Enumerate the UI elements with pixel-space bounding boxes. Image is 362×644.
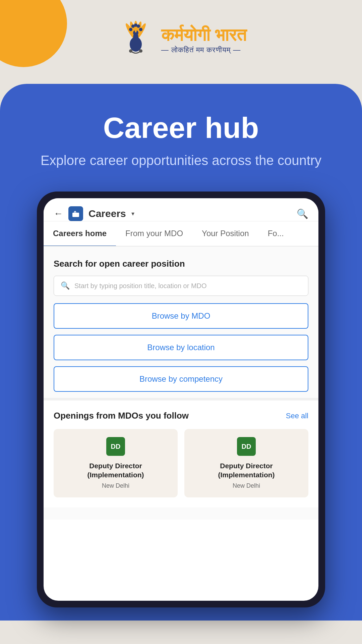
search-icon[interactable]: 🔍 (297, 208, 308, 219)
tab-careers-home[interactable]: Careers home (44, 221, 116, 247)
job-card-1: DD Deputy Director (Implementation) New … (54, 429, 178, 497)
openings-section: Openings from MDOs you follow See all DD… (44, 398, 318, 507)
hero-subtitle: Explore career opportunities across the … (20, 153, 342, 168)
svg-point-5 (129, 28, 132, 31)
openings-title: Openings from MDOs you follow (54, 411, 189, 421)
briefcase-icon (68, 206, 83, 221)
phone-top-bar: ← Careers ▾ 🔍 (44, 198, 318, 221)
browse-by-mdo-button[interactable]: Browse by MDO (54, 303, 308, 329)
browse-by-competency-button[interactable]: Browse by competency (54, 366, 308, 392)
tabs-bar: Careers home From your MDO Your Position… (44, 221, 318, 247)
browse-by-location-button[interactable]: Browse by location (54, 335, 308, 360)
tab-your-position[interactable]: Your Position (192, 221, 258, 247)
tab-more[interactable]: Fo... (258, 221, 293, 247)
hero-title: Career hub (20, 111, 342, 145)
blue-section: Career hub Explore career opportunities … (0, 84, 362, 621)
header: कर्मयोगी भारत — लोकहितं मम करणीयम् — (0, 0, 362, 74)
dropdown-arrow-icon[interactable]: ▾ (131, 210, 134, 217)
logo-title: कर्मयोगी भारत (161, 26, 246, 44)
job-title-2: Deputy Director (Implementation) (191, 461, 302, 480)
svg-point-15 (139, 49, 142, 53)
phone-content: Search for open career position 🔍 Start … (44, 247, 318, 520)
svg-point-9 (139, 28, 142, 31)
job-cards-row: DD Deputy Director (Implementation) New … (54, 429, 308, 497)
dd-badge-2: DD (237, 437, 256, 456)
phone-page-title: Careers (88, 208, 126, 219)
phone-mockup: ← Careers ▾ 🔍 Careers home From your MDO (37, 192, 325, 607)
search-input-placeholder: Start by typing position title, location… (74, 282, 207, 290)
svg-point-13 (135, 29, 137, 33)
logo-container: कर्मयोगी भारत — लोकहितं मम करणीयम् — (116, 20, 246, 60)
logo-subtitle: — लोकहितं मम करणीयम् — (161, 46, 241, 54)
logo-text-block: कर्मयोगी भारत — लोकहितं मम करणीयम् — (161, 26, 246, 54)
tab-from-mdo[interactable]: From your MDO (116, 221, 192, 247)
search-bar-icon: 🔍 (61, 281, 70, 290)
phone-screen: ← Careers ▾ 🔍 Careers home From your MDO (44, 198, 318, 601)
see-all-button[interactable]: See all (286, 412, 308, 420)
job-card-2: DD Deputy Director (Implementation) New … (184, 429, 308, 497)
svg-rect-16 (72, 213, 79, 217)
job-location-1: New Delhi (102, 482, 129, 489)
job-location-2: New Delhi (233, 482, 260, 489)
svg-point-14 (129, 49, 132, 53)
job-title-1: Deputy Director (Implementation) (60, 461, 171, 480)
phone-nav-left: ← Careers ▾ (54, 206, 134, 221)
search-bar[interactable]: 🔍 Start by typing position title, locati… (54, 276, 308, 296)
openings-header: Openings from MDOs you follow See all (54, 411, 308, 421)
dd-badge-1: DD (106, 437, 125, 456)
logo-icon (116, 20, 156, 60)
svg-point-8 (137, 24, 140, 28)
search-section-title: Search for open career position (54, 259, 308, 269)
back-arrow-icon[interactable]: ← (54, 208, 63, 219)
